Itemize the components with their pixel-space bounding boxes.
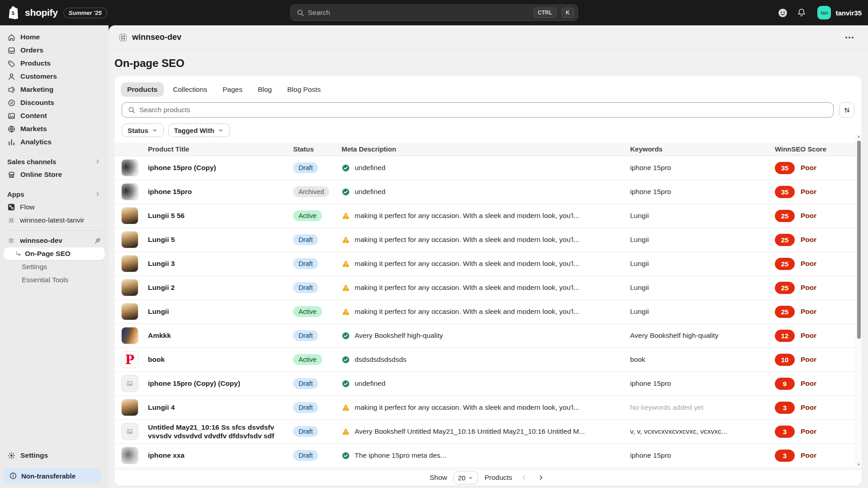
table-row[interactable]: iphone 15pro Archived undefined iphone 1… bbox=[114, 180, 862, 204]
non-transferable-badge[interactable]: Non-transferable bbox=[4, 468, 101, 483]
seo-rating-label: Poor bbox=[801, 236, 816, 244]
table-row[interactable]: Untitled May21_10:16 Ss sfcs dsvdsfv vsv… bbox=[114, 420, 862, 444]
main-content: winnseo-dev On-page SEO ProductsCollecti… bbox=[109, 25, 868, 488]
global-search-placeholder: Search bbox=[308, 9, 528, 17]
seo-score-badge: 25 bbox=[775, 282, 795, 294]
sidebar-item-settings[interactable]: Settings bbox=[4, 261, 105, 273]
filter-bar: Status Tagged With bbox=[114, 118, 862, 142]
sort-button[interactable] bbox=[839, 102, 854, 118]
product-thumbnail bbox=[121, 183, 138, 200]
sidebar-item-orders[interactable]: Orders bbox=[4, 44, 105, 57]
tab-collections[interactable]: Collections bbox=[166, 82, 213, 97]
pin-icon[interactable] bbox=[94, 237, 101, 245]
seo-score-badge: 25 bbox=[775, 234, 795, 246]
table-row[interactable]: Lungii 4 Draft making it perfect for any… bbox=[114, 396, 862, 420]
sidebar-item-online-store[interactable]: Online Store bbox=[4, 168, 105, 181]
table-row[interactable]: P book Active dsdsdsdsdsdsds book 10Poor bbox=[114, 348, 862, 372]
customers-icon bbox=[7, 72, 16, 81]
meta-description: dsdsdsdsdsdsds bbox=[342, 355, 630, 364]
sidebar-item-winnseo-latest-tanvir[interactable]: winnseo-latest-tanvir bbox=[4, 214, 105, 227]
table-row[interactable]: Lungii 2 Draft making it perfect for any… bbox=[114, 276, 862, 300]
table-row[interactable]: iphone 15pro (Copy) Draft undefined ipho… bbox=[114, 156, 862, 180]
tab-products[interactable]: Products bbox=[121, 82, 164, 97]
product-thumbnail bbox=[121, 375, 138, 392]
edition-badge[interactable]: Summer '25 bbox=[63, 8, 107, 18]
sort-arrows-icon bbox=[843, 106, 851, 114]
table-row[interactable]: Lungii 3 Draft making it perfect for any… bbox=[114, 252, 862, 276]
sidekick-icon[interactable] bbox=[777, 7, 788, 19]
page-size-select[interactable]: 20 bbox=[453, 471, 478, 484]
warning-icon bbox=[342, 284, 350, 292]
table-row[interactable]: iphone xxa Draft The iphone 15pro meta d… bbox=[114, 444, 862, 468]
scroll-down-icon[interactable]: ▼ bbox=[857, 463, 861, 468]
sidebar-item-home[interactable]: Home bbox=[4, 31, 105, 43]
pinterest-logo: P bbox=[125, 354, 134, 366]
sidebar-item-products[interactable]: Products bbox=[4, 57, 105, 70]
app-icon bbox=[7, 216, 15, 224]
table-row[interactable]: Lungii Active making it perfect for any … bbox=[114, 300, 862, 324]
product-thumbnail bbox=[121, 399, 138, 416]
sidebar-section-apps[interactable]: Apps bbox=[4, 188, 105, 200]
notifications-bell-icon[interactable] bbox=[797, 8, 806, 18]
chevron-right-icon bbox=[94, 158, 101, 165]
product-title: book bbox=[148, 355, 293, 364]
seo-score-badge: 3 bbox=[775, 450, 795, 462]
user-menu[interactable]: tan tanvir35 bbox=[817, 6, 862, 19]
status-badge: Draft bbox=[293, 402, 318, 413]
app-title: winnseo-dev bbox=[132, 33, 181, 42]
column-header-keywords: Keywords bbox=[630, 145, 775, 153]
sidebar-item-markets[interactable]: Markets bbox=[4, 123, 105, 135]
product-search-input[interactable]: Search products bbox=[122, 102, 834, 118]
sidebar-item-analytics[interactable]: Analytics bbox=[4, 136, 105, 148]
product-thumbnail bbox=[121, 255, 138, 272]
more-actions-button[interactable] bbox=[843, 34, 856, 41]
warning-icon bbox=[342, 260, 350, 268]
sidebar-item-essential-tools[interactable]: Essential Tools bbox=[4, 274, 105, 286]
filter-status[interactable]: Status bbox=[122, 123, 164, 137]
sidebar-item-settings[interactable]: Settings bbox=[4, 449, 105, 462]
previous-page-button[interactable] bbox=[518, 472, 529, 483]
keycap-ctrl: CTRL bbox=[534, 8, 556, 18]
global-search-input[interactable]: Search CTRL K bbox=[290, 5, 578, 21]
sidebar-item-marketing[interactable]: Marketing bbox=[4, 83, 105, 96]
shopify-logo[interactable]: S shopify bbox=[8, 6, 58, 19]
seo-rating-label: Poor bbox=[801, 332, 816, 340]
check-circle-icon bbox=[342, 188, 350, 196]
product-thumbnail bbox=[121, 423, 138, 440]
sidebar-section-sales-channels[interactable]: Sales channels bbox=[4, 155, 105, 168]
product-title: Lungii bbox=[148, 307, 293, 316]
warning-icon bbox=[342, 427, 350, 436]
keywords: Lungii bbox=[630, 260, 775, 268]
sidebar-item-winnseo-dev[interactable]: winnseo-dev bbox=[4, 234, 105, 247]
next-page-button[interactable] bbox=[536, 472, 546, 483]
product-thumbnail bbox=[121, 303, 138, 320]
keywords: No keywords added yet bbox=[630, 403, 775, 412]
filter-tagged-with[interactable]: Tagged With bbox=[168, 123, 230, 137]
table-row[interactable]: Lungii 5 Draft making it perfect for any… bbox=[114, 228, 862, 252]
sidebar-item-content[interactable]: Content bbox=[4, 109, 105, 122]
tab-pages[interactable]: Pages bbox=[216, 82, 249, 97]
meta-description: The iphone 15pro meta des... bbox=[342, 451, 630, 460]
seo-score-badge: 25 bbox=[775, 306, 795, 318]
column-header-product-title: Product Title bbox=[148, 145, 293, 153]
table-row[interactable]: iphone 15pro (Copy) (Copy) Draft undefin… bbox=[114, 372, 862, 396]
sidebar-item-discounts[interactable]: Discounts bbox=[4, 96, 105, 109]
table-row[interactable]: Lungii 5 56 Active making it perfect for… bbox=[114, 204, 862, 228]
table-scrollbar[interactable]: ▲ ▼ bbox=[856, 134, 861, 469]
tab-bar: ProductsCollectionsPagesBlogBlog Posts bbox=[114, 76, 862, 100]
seo-rating-label: Poor bbox=[801, 212, 816, 220]
tab-blog[interactable]: Blog bbox=[251, 82, 278, 97]
scrollbar-thumb[interactable] bbox=[857, 141, 861, 339]
app-header: winnseo-dev bbox=[109, 25, 868, 50]
meta-description: Avery Bookshelf Untitled May21_10:16 Unt… bbox=[342, 427, 630, 436]
chevron-down-icon bbox=[152, 127, 158, 133]
scroll-up-icon[interactable]: ▲ bbox=[857, 134, 861, 140]
sidebar-item-on-page-seo[interactable]: On-Page SEO bbox=[4, 247, 105, 260]
seo-rating-label: Poor bbox=[801, 188, 816, 196]
marketing-icon bbox=[7, 85, 16, 94]
table-row[interactable]: Amkkk Draft Avery Bookshelf high-quality… bbox=[114, 324, 862, 348]
tab-blog-posts[interactable]: Blog Posts bbox=[281, 82, 327, 97]
sidebar-item-flow[interactable]: Flow bbox=[4, 201, 105, 213]
product-title: Lungii 5 bbox=[148, 235, 293, 244]
sidebar-item-customers[interactable]: Customers bbox=[4, 70, 105, 83]
